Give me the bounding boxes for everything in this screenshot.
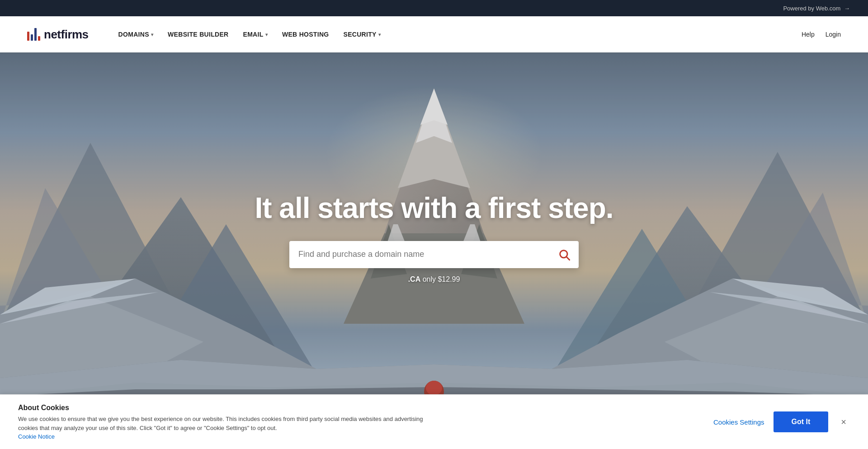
nav-email[interactable]: EMAIL ▾ <box>236 16 275 52</box>
cookie-close-button[interactable]: × <box>837 416 850 428</box>
search-button[interactable] <box>550 241 579 268</box>
nav-web-hosting[interactable]: WEB HOSTING <box>275 16 336 52</box>
logo-link[interactable]: netfirms <box>27 28 89 42</box>
cookie-title: About Cookies <box>18 404 704 412</box>
nav-website-builder[interactable]: WEBSITE BUILDER <box>160 16 236 52</box>
cookie-content: About Cookies We use cookies to ensure t… <box>18 404 704 440</box>
nav-links: DOMAINS ▾ WEBSITE BUILDER EMAIL ▾ WEB HO… <box>111 16 802 52</box>
nav-security[interactable]: SECURITY ▾ <box>336 16 388 52</box>
promo-text: only $12.99 <box>420 275 460 283</box>
domain-search-input[interactable] <box>289 241 550 268</box>
logo-bar-4 <box>38 36 40 41</box>
svg-line-39 <box>566 257 569 260</box>
nav-domains[interactable]: DOMAINS ▾ <box>111 16 161 52</box>
cookie-banner: About Cookies We use cookies to ensure t… <box>0 394 868 449</box>
login-link[interactable]: Login <box>826 31 841 38</box>
powered-by-text: Powered by Web.com → <box>783 5 850 12</box>
logo-icon <box>27 28 40 41</box>
help-link[interactable]: Help <box>802 31 815 38</box>
domain-promo: .CA only $12.99 <box>9 275 859 284</box>
nav-right: Help Login <box>802 31 841 38</box>
navbar: netfirms DOMAINS ▾ WEBSITE BUILDER EMAIL… <box>0 16 868 52</box>
hero-content: It all starts with a first step. .CA onl… <box>0 191 868 284</box>
cookie-notice-link[interactable]: Cookie Notice <box>18 433 704 440</box>
hero-section: It all starts with a first step. .CA onl… <box>0 52 868 449</box>
promo-tld: .CA <box>408 275 421 283</box>
search-container <box>289 241 579 268</box>
search-icon <box>558 248 571 261</box>
cookie-body-text: We use cookies to ensure that we give yo… <box>18 415 425 432</box>
logo-bar-2 <box>31 34 33 41</box>
domains-chevron: ▾ <box>151 32 153 37</box>
hero-title: It all starts with a first step. <box>9 191 859 225</box>
logo-bar-3 <box>34 28 37 41</box>
email-chevron: ▾ <box>265 32 268 37</box>
powered-by-arrow: → <box>844 5 850 12</box>
cookie-got-it-button[interactable]: Got It <box>774 411 829 432</box>
logo-text: netfirms <box>44 28 89 42</box>
security-chevron: ▾ <box>378 32 381 37</box>
cookie-settings-button[interactable]: Cookies Settings <box>713 418 764 426</box>
logo-bar-1 <box>27 32 29 41</box>
cookie-actions: Cookies Settings Got It <box>713 411 828 432</box>
top-bar: Powered by Web.com → <box>0 0 868 16</box>
